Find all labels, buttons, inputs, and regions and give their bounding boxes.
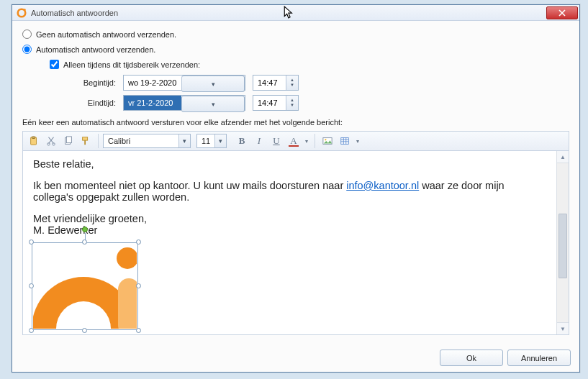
close-button[interactable] xyxy=(546,6,578,19)
msg-body: Ik ben momenteel niet op kantoor. U kunt… xyxy=(33,180,546,203)
radio-no-auto-label: Geen automatisch antwoord verzenden. xyxy=(36,30,176,39)
toolbar-separator xyxy=(98,134,99,148)
font-name-value: Calibri xyxy=(104,134,178,147)
end-label: Eindtijd: xyxy=(65,99,123,107)
msg-signoff: Met vriendelijke groeten, xyxy=(33,213,546,224)
svg-rect-7 xyxy=(66,137,71,143)
chevron-down-icon[interactable] xyxy=(214,134,226,147)
svg-rect-8 xyxy=(83,137,88,140)
checkbox-range-input[interactable] xyxy=(50,60,59,69)
format-painter-button[interactable] xyxy=(78,133,94,149)
instruction-text: Eén keer een automatisch antwoord verstu… xyxy=(22,118,569,127)
chevron-down-icon[interactable] xyxy=(178,134,190,147)
font-size-value: 11 xyxy=(197,134,214,147)
msg-name: M. Edewerker xyxy=(33,224,546,236)
resize-handle[interactable] xyxy=(29,283,34,288)
time-range: Begintijd: wo 19-2-2020 14:47 ▲▼ Eindtij… xyxy=(65,75,569,111)
dialog-footer: Ok Annuleren xyxy=(440,350,571,366)
selected-image[interactable] xyxy=(32,242,138,330)
editor-area: Beste relatie, Ik ben momenteel niet op … xyxy=(22,151,569,335)
app-icon xyxy=(17,8,27,18)
end-row: Eindtijd: vr 21-2-2020 14:47 ▲▼ xyxy=(65,95,569,111)
vertical-scrollbar[interactable]: ▲ ▼ xyxy=(556,151,569,334)
paste-button[interactable] xyxy=(26,133,42,149)
radio-no-auto-input[interactable] xyxy=(22,29,32,39)
rotate-handle[interactable] xyxy=(82,227,88,232)
end-date-value: vr 21-2-2020 xyxy=(124,96,181,110)
font-size-combo[interactable]: 11 xyxy=(196,134,227,148)
editor-toolbar: Calibri 11 B I U A ▾ ▾ xyxy=(22,131,569,151)
chevron-down-icon[interactable] xyxy=(181,96,245,112)
svg-rect-3 xyxy=(32,137,35,139)
titlebar: Automatisch antwoorden xyxy=(12,5,579,21)
window-title: Automatisch antwoorden xyxy=(31,9,546,17)
chevron-down-icon[interactable]: ▾ xyxy=(354,138,361,145)
svg-rect-9 xyxy=(84,140,86,145)
start-date-value: wo 19-2-2020 xyxy=(124,76,181,90)
resize-handle[interactable] xyxy=(136,239,141,245)
end-time-spinner[interactable]: 14:47 ▲▼ xyxy=(253,95,299,111)
checkbox-range-label: Alleen tijdens dit tijdsbereik verzenden… xyxy=(63,60,200,69)
copy-button[interactable] xyxy=(60,133,76,149)
start-row: Begintijd: wo 19-2-2020 14:47 ▲▼ xyxy=(65,75,569,91)
msg-body-pre: Ik ben momenteel niet op kantoor. U kunt… xyxy=(33,180,346,191)
svg-rect-12 xyxy=(341,138,349,145)
underline-button[interactable]: U xyxy=(268,133,284,149)
end-date-combo[interactable]: vr 21-2-2020 xyxy=(123,95,245,111)
resize-handle[interactable] xyxy=(29,239,34,245)
resize-handle[interactable] xyxy=(136,283,141,288)
italic-button[interactable]: I xyxy=(251,133,267,149)
ok-button[interactable]: Ok xyxy=(440,350,503,366)
start-label: Begintijd: xyxy=(65,78,123,87)
cancel-button[interactable]: Annuleren xyxy=(507,350,571,366)
bold-button[interactable]: B xyxy=(234,133,250,149)
chevron-down-icon[interactable]: ▾ xyxy=(303,138,310,145)
scroll-track[interactable] xyxy=(557,163,569,322)
scroll-thumb[interactable] xyxy=(558,214,567,278)
radio-auto-label: Automatisch antwoord verzenden. xyxy=(36,45,155,54)
end-time-value: 14:47 xyxy=(253,96,286,110)
dialog-content: Geen automatisch antwoord verzenden. Aut… xyxy=(12,21,579,372)
chevron-down-icon[interactable] xyxy=(181,76,245,92)
radio-auto[interactable]: Automatisch antwoord verzenden. xyxy=(22,45,569,54)
start-time-spinner[interactable]: 14:47 ▲▼ xyxy=(253,75,299,91)
resize-handle[interactable] xyxy=(82,328,87,333)
resize-handle[interactable] xyxy=(29,328,34,333)
resize-handle[interactable] xyxy=(82,239,87,245)
selection-frame xyxy=(32,242,138,330)
dialog-window: Automatisch antwoorden Geen automatisch … xyxy=(12,4,580,373)
spinner-buttons[interactable]: ▲▼ xyxy=(286,76,298,90)
cut-button[interactable] xyxy=(43,133,59,149)
scroll-down-icon[interactable]: ▼ xyxy=(557,322,569,334)
message-editor[interactable]: Beste relatie, Ik ben momenteel niet op … xyxy=(23,151,556,334)
msg-greeting: Beste relatie, xyxy=(33,158,546,170)
resize-handle[interactable] xyxy=(136,328,141,333)
font-color-button[interactable]: A xyxy=(286,133,302,149)
start-time-value: 14:47 xyxy=(253,76,286,90)
svg-point-11 xyxy=(325,139,326,140)
msg-link[interactable]: info@kantoor.nl xyxy=(346,180,419,191)
checkbox-range[interactable]: Alleen tijdens dit tijdsbereik verzenden… xyxy=(50,60,569,69)
insert-image-button[interactable] xyxy=(320,133,335,149)
spinner-buttons[interactable]: ▲▼ xyxy=(286,96,298,110)
font-name-combo[interactable]: Calibri xyxy=(103,134,191,148)
radio-no-auto[interactable]: Geen automatisch antwoord verzenden. xyxy=(22,29,569,39)
close-icon xyxy=(558,9,566,17)
svg-point-1 xyxy=(24,9,26,11)
insert-table-button[interactable] xyxy=(337,133,353,149)
toolbar-separator xyxy=(315,134,315,148)
scroll-up-icon[interactable]: ▲ xyxy=(557,151,569,163)
radio-auto-input[interactable] xyxy=(22,45,32,54)
start-date-combo[interactable]: wo 19-2-2020 xyxy=(123,75,245,91)
